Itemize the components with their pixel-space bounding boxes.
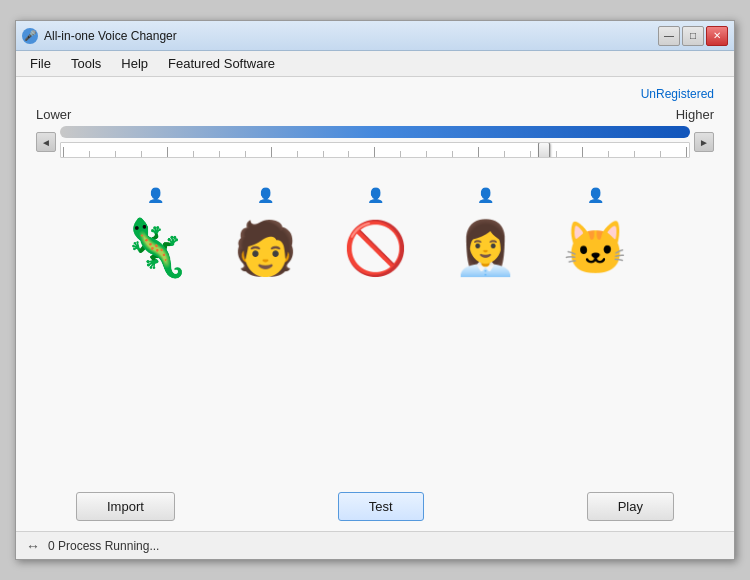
menu-bar: File Tools Help Featured Software [16,51,734,77]
buttons-section: Import Test Play [36,492,714,521]
avatar-cat[interactable]: 👤 🐱 [555,188,635,288]
pitch-left-arrow[interactable]: ◄ [36,132,56,152]
maximize-button[interactable]: □ [682,26,704,46]
app-icon: 🎤 [22,28,38,44]
avatar-woman[interactable]: 👤 👩‍💼 [445,188,525,288]
tick [556,151,557,157]
person-icon-none: 👤 [367,188,384,202]
minimize-button[interactable]: — [658,26,680,46]
tick [374,147,375,157]
avatar-man[interactable]: 👤 🧑 [225,188,305,288]
tick [89,151,90,157]
person-icon-man: 👤 [257,188,274,202]
avatars-section: 👤 🦎 👤 🧑 👤 🚫 👤 👩‍💼 👤 🐱 [36,188,714,288]
pitch-tick-bar[interactable] [60,142,690,158]
tick [348,151,349,157]
menu-tools[interactable]: Tools [61,53,111,74]
avatar-img-woman: 👩‍💼 [445,208,525,288]
person-icon-dragon: 👤 [147,188,164,202]
higher-label: Higher [676,107,714,122]
tick [660,151,661,157]
pitch-right-arrow[interactable]: ► [694,132,714,152]
test-button[interactable]: Test [338,492,424,521]
tick [478,147,479,157]
window-controls: — □ ✕ [658,26,728,46]
tick-marks [61,143,689,157]
tick [608,151,609,157]
pitch-slider-wrapper [60,126,690,158]
tick [426,151,427,157]
title-bar: 🎤 All-in-one Voice Changer — □ ✕ [16,21,734,51]
status-bar: ↔ 0 Process Running... [16,531,734,559]
avatar-img-man: 🧑 [225,208,305,288]
avatar-dragon[interactable]: 👤 🦎 [115,188,195,288]
tick [115,151,116,157]
content-area: UnRegistered Lower Higher ◄ [16,77,734,531]
title-bar-left: 🎤 All-in-one Voice Changer [22,28,177,44]
play-button[interactable]: Play [587,492,674,521]
status-icon: ↔ [26,538,40,554]
tick [504,151,505,157]
menu-help[interactable]: Help [111,53,158,74]
pitch-gradient-bar [60,126,690,138]
avatar-img-cat: 🐱 [555,208,635,288]
tick [452,151,453,157]
avatar-none[interactable]: 👤 🚫 [335,188,415,288]
import-button[interactable]: Import [76,492,175,521]
content-spacer [36,308,714,482]
person-icon-woman: 👤 [477,188,494,202]
tick [582,147,583,157]
tick [686,147,687,157]
tick [323,151,324,157]
tick [219,151,220,157]
window-title: All-in-one Voice Changer [44,29,177,43]
tick [167,147,168,157]
tick [530,151,531,157]
tick [297,151,298,157]
status-text: 0 Process Running... [48,539,159,553]
pitch-labels: Lower Higher [36,107,714,122]
pitch-slider-thumb[interactable] [538,142,550,158]
main-window: 🎤 All-in-one Voice Changer — □ ✕ File To… [15,20,735,560]
menu-featured-software[interactable]: Featured Software [158,53,285,74]
avatar-img-dragon: 🦎 [115,208,195,288]
tick [63,147,64,157]
tick [271,147,272,157]
lower-label: Lower [36,107,71,122]
pitch-section: Lower Higher ◄ [36,107,714,158]
tick [245,151,246,157]
person-icon-cat: 👤 [587,188,604,202]
avatar-img-none: 🚫 [335,208,415,288]
menu-file[interactable]: File [20,53,61,74]
pitch-slider-container: ◄ [36,126,714,158]
tick [141,151,142,157]
tick [634,151,635,157]
close-button[interactable]: ✕ [706,26,728,46]
tick [193,151,194,157]
unregistered-badge[interactable]: UnRegistered [36,87,714,101]
tick [400,151,401,157]
